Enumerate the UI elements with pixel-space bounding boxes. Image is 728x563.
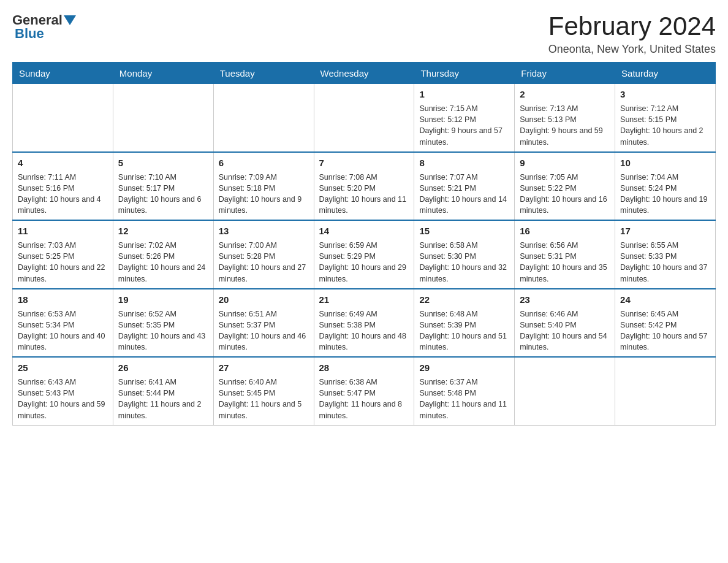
day-info: Sunrise: 6:51 AMSunset: 5:37 PMDaylight:… bbox=[219, 308, 309, 353]
day-info: Sunrise: 6:37 AMSunset: 5:48 PMDaylight:… bbox=[419, 377, 509, 421]
day-number: 9 bbox=[520, 156, 610, 169]
day-number: 24 bbox=[620, 293, 710, 306]
calendar-day-cell: 3Sunrise: 7:12 AMSunset: 5:15 PMDaylight… bbox=[615, 84, 716, 152]
calendar-day-cell: 2Sunrise: 7:13 AMSunset: 5:13 PMDaylight… bbox=[515, 84, 615, 152]
day-number: 22 bbox=[419, 293, 509, 306]
day-number: 21 bbox=[319, 293, 409, 306]
logo-arrow-icon bbox=[64, 15, 76, 25]
calendar-day-cell bbox=[213, 84, 314, 152]
day-number: 16 bbox=[520, 224, 610, 237]
calendar-day-cell: 19Sunrise: 6:52 AMSunset: 5:35 PMDayligh… bbox=[113, 289, 213, 358]
day-info: Sunrise: 6:43 AMSunset: 5:43 PMDaylight:… bbox=[18, 377, 108, 421]
calendar-day-cell: 11Sunrise: 7:03 AMSunset: 5:25 PMDayligh… bbox=[13, 220, 113, 289]
title-section: February 2024 Oneonta, New York, United … bbox=[548, 12, 716, 56]
day-number: 1 bbox=[419, 88, 509, 101]
day-info: Sunrise: 7:09 AMSunset: 5:18 PMDaylight:… bbox=[219, 172, 309, 216]
calendar-week-row: 4Sunrise: 7:11 AMSunset: 5:16 PMDaylight… bbox=[13, 152, 716, 221]
calendar-day-cell: 13Sunrise: 7:00 AMSunset: 5:28 PMDayligh… bbox=[213, 220, 314, 289]
calendar-day-cell: 17Sunrise: 6:55 AMSunset: 5:33 PMDayligh… bbox=[615, 220, 716, 289]
page-header: General Blue February 2024 Oneonta, New … bbox=[12, 12, 716, 56]
day-number: 6 bbox=[219, 156, 309, 169]
day-of-week-header: Wednesday bbox=[314, 63, 414, 84]
location-subtitle: Oneonta, New York, United States bbox=[548, 43, 716, 56]
day-info: Sunrise: 7:04 AMSunset: 5:24 PMDaylight:… bbox=[620, 172, 710, 216]
day-number: 7 bbox=[319, 156, 409, 169]
calendar-day-cell: 7Sunrise: 7:08 AMSunset: 5:20 PMDaylight… bbox=[314, 152, 414, 221]
day-number: 27 bbox=[219, 361, 309, 374]
logo: General Blue bbox=[12, 12, 77, 42]
day-number: 19 bbox=[118, 293, 208, 306]
day-of-week-header: Friday bbox=[515, 63, 615, 84]
calendar-day-cell: 8Sunrise: 7:07 AMSunset: 5:21 PMDaylight… bbox=[414, 152, 515, 221]
calendar-day-cell: 20Sunrise: 6:51 AMSunset: 5:37 PMDayligh… bbox=[213, 289, 314, 358]
calendar-day-cell: 15Sunrise: 6:58 AMSunset: 5:30 PMDayligh… bbox=[414, 220, 515, 289]
calendar-day-cell bbox=[314, 84, 414, 152]
calendar-day-cell: 27Sunrise: 6:40 AMSunset: 5:45 PMDayligh… bbox=[213, 357, 314, 425]
day-number: 17 bbox=[620, 224, 710, 237]
day-number: 28 bbox=[319, 361, 409, 374]
day-info: Sunrise: 7:03 AMSunset: 5:25 PMDaylight:… bbox=[18, 240, 108, 285]
day-info: Sunrise: 6:48 AMSunset: 5:39 PMDaylight:… bbox=[419, 308, 509, 353]
calendar-day-cell: 14Sunrise: 6:59 AMSunset: 5:29 PMDayligh… bbox=[314, 220, 414, 289]
calendar-day-cell: 6Sunrise: 7:09 AMSunset: 5:18 PMDaylight… bbox=[213, 152, 314, 221]
day-number: 3 bbox=[620, 88, 710, 101]
day-info: Sunrise: 6:40 AMSunset: 5:45 PMDaylight:… bbox=[219, 377, 309, 421]
day-number: 2 bbox=[520, 88, 610, 101]
calendar-day-cell: 12Sunrise: 7:02 AMSunset: 5:26 PMDayligh… bbox=[113, 220, 213, 289]
day-info: Sunrise: 7:10 AMSunset: 5:17 PMDaylight:… bbox=[118, 172, 208, 216]
day-of-week-header: Monday bbox=[113, 63, 213, 84]
day-of-week-header: Thursday bbox=[414, 63, 515, 84]
calendar-week-row: 18Sunrise: 6:53 AMSunset: 5:34 PMDayligh… bbox=[13, 289, 716, 358]
day-number: 11 bbox=[18, 224, 108, 237]
calendar-day-cell: 5Sunrise: 7:10 AMSunset: 5:17 PMDaylight… bbox=[113, 152, 213, 221]
calendar-day-cell bbox=[113, 84, 213, 152]
calendar-day-cell: 29Sunrise: 6:37 AMSunset: 5:48 PMDayligh… bbox=[414, 357, 515, 425]
day-info: Sunrise: 7:05 AMSunset: 5:22 PMDaylight:… bbox=[520, 172, 610, 216]
day-info: Sunrise: 7:07 AMSunset: 5:21 PMDaylight:… bbox=[419, 172, 509, 216]
day-number: 23 bbox=[520, 293, 610, 306]
day-info: Sunrise: 6:56 AMSunset: 5:31 PMDaylight:… bbox=[520, 240, 610, 285]
day-info: Sunrise: 7:11 AMSunset: 5:16 PMDaylight:… bbox=[18, 172, 108, 216]
day-number: 13 bbox=[219, 224, 309, 237]
calendar-day-cell: 25Sunrise: 6:43 AMSunset: 5:43 PMDayligh… bbox=[13, 357, 113, 425]
calendar-day-cell: 9Sunrise: 7:05 AMSunset: 5:22 PMDaylight… bbox=[515, 152, 615, 221]
calendar-day-cell: 28Sunrise: 6:38 AMSunset: 5:47 PMDayligh… bbox=[314, 357, 414, 425]
day-number: 20 bbox=[219, 293, 309, 306]
logo-blue: Blue bbox=[15, 26, 44, 42]
calendar-day-cell bbox=[515, 357, 615, 425]
day-number: 12 bbox=[118, 224, 208, 237]
day-info: Sunrise: 7:00 AMSunset: 5:28 PMDaylight:… bbox=[219, 240, 309, 285]
day-info: Sunrise: 6:52 AMSunset: 5:35 PMDaylight:… bbox=[118, 308, 208, 353]
calendar-table: SundayMondayTuesdayWednesdayThursdayFrid… bbox=[12, 62, 716, 426]
day-number: 5 bbox=[118, 156, 208, 169]
day-info: Sunrise: 6:59 AMSunset: 5:29 PMDaylight:… bbox=[319, 240, 409, 285]
calendar-day-cell: 24Sunrise: 6:45 AMSunset: 5:42 PMDayligh… bbox=[615, 289, 716, 358]
calendar-week-row: 1Sunrise: 7:15 AMSunset: 5:12 PMDaylight… bbox=[13, 84, 716, 152]
calendar-day-cell bbox=[615, 357, 716, 425]
day-info: Sunrise: 6:53 AMSunset: 5:34 PMDaylight:… bbox=[18, 308, 108, 353]
calendar-day-cell: 10Sunrise: 7:04 AMSunset: 5:24 PMDayligh… bbox=[615, 152, 716, 221]
calendar-day-cell: 16Sunrise: 6:56 AMSunset: 5:31 PMDayligh… bbox=[515, 220, 615, 289]
day-number: 10 bbox=[620, 156, 710, 169]
day-info: Sunrise: 6:49 AMSunset: 5:38 PMDaylight:… bbox=[319, 308, 409, 353]
day-info: Sunrise: 7:12 AMSunset: 5:15 PMDaylight:… bbox=[620, 103, 710, 148]
day-info: Sunrise: 7:08 AMSunset: 5:20 PMDaylight:… bbox=[319, 172, 409, 216]
calendar-day-cell: 1Sunrise: 7:15 AMSunset: 5:12 PMDaylight… bbox=[414, 84, 515, 152]
day-info: Sunrise: 7:13 AMSunset: 5:13 PMDaylight:… bbox=[520, 103, 610, 148]
calendar-day-cell: 23Sunrise: 6:46 AMSunset: 5:40 PMDayligh… bbox=[515, 289, 615, 358]
day-info: Sunrise: 6:41 AMSunset: 5:44 PMDaylight:… bbox=[118, 377, 208, 421]
day-info: Sunrise: 6:38 AMSunset: 5:47 PMDaylight:… bbox=[319, 377, 409, 421]
day-info: Sunrise: 6:55 AMSunset: 5:33 PMDaylight:… bbox=[620, 240, 710, 285]
calendar-week-row: 25Sunrise: 6:43 AMSunset: 5:43 PMDayligh… bbox=[13, 357, 716, 425]
day-number: 18 bbox=[18, 293, 108, 306]
calendar-week-row: 11Sunrise: 7:03 AMSunset: 5:25 PMDayligh… bbox=[13, 220, 716, 289]
calendar-day-cell: 26Sunrise: 6:41 AMSunset: 5:44 PMDayligh… bbox=[113, 357, 213, 425]
calendar-day-cell bbox=[13, 84, 113, 152]
day-number: 4 bbox=[18, 156, 108, 169]
day-info: Sunrise: 6:46 AMSunset: 5:40 PMDaylight:… bbox=[520, 308, 610, 353]
calendar-header-row: SundayMondayTuesdayWednesdayThursdayFrid… bbox=[13, 63, 716, 84]
day-of-week-header: Tuesday bbox=[213, 63, 314, 84]
calendar-day-cell: 4Sunrise: 7:11 AMSunset: 5:16 PMDaylight… bbox=[13, 152, 113, 221]
day-info: Sunrise: 6:58 AMSunset: 5:30 PMDaylight:… bbox=[419, 240, 509, 285]
day-number: 15 bbox=[419, 224, 509, 237]
